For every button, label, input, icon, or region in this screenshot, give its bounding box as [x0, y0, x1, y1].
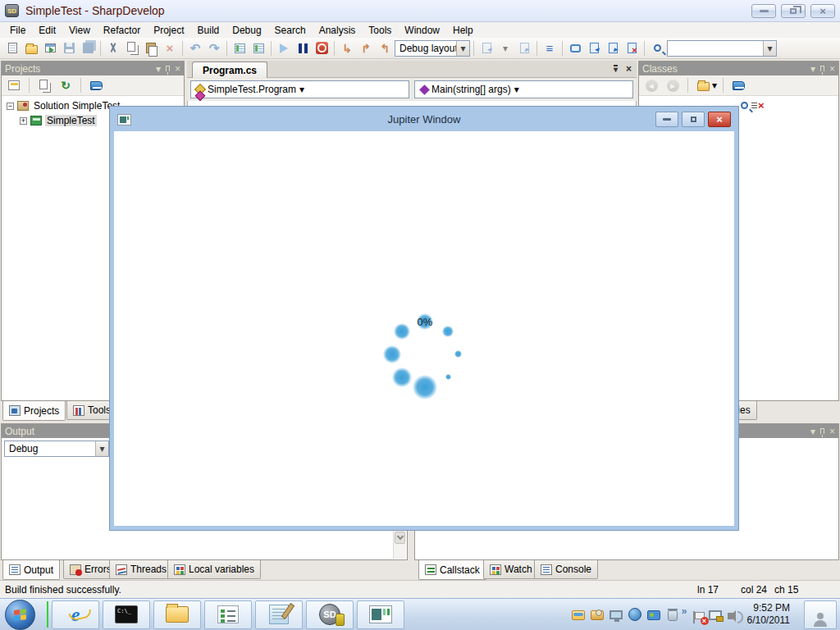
chevron-down-icon[interactable]: ▾	[810, 426, 815, 437]
restore-button[interactable]	[781, 4, 806, 18]
save-all-button[interactable]	[79, 39, 97, 57]
uncomment-region-button[interactable]	[249, 39, 267, 57]
save-button[interactable]	[60, 39, 78, 57]
tab-console[interactable]: Console	[534, 560, 598, 579]
class-combobox[interactable]: SimpleTest.Program ▾	[190, 80, 409, 98]
network-status-icon[interactable]	[709, 610, 722, 620]
classes-forward-button[interactable]: ▸	[664, 76, 682, 94]
copy-item-button[interactable]	[35, 76, 53, 94]
network-globe-icon[interactable]	[628, 608, 641, 621]
tab-output[interactable]: Output	[2, 560, 60, 580]
taskbar-command-prompt-button[interactable]: C:\_	[103, 600, 150, 629]
tab-threads[interactable]: Threads	[109, 560, 173, 579]
cut-button[interactable]	[104, 39, 122, 57]
volume-icon[interactable]	[728, 613, 733, 619]
step-out-button[interactable]: ↰	[376, 39, 394, 57]
classes-folder-button[interactable]	[694, 76, 712, 94]
close-icon[interactable]: ×	[829, 63, 835, 75]
pin-icon[interactable]	[820, 428, 824, 434]
projects-panel-header[interactable]: Projects ▾ ×	[2, 62, 184, 75]
shared-folder-icon[interactable]	[572, 610, 585, 620]
copy-button[interactable]	[123, 39, 141, 57]
member-combobox[interactable]: Main(string[] args) ▾	[414, 80, 633, 98]
menu-file[interactable]: File	[3, 23, 32, 38]
close-icon[interactable]: ×	[175, 63, 180, 75]
chevron-down-icon[interactable]: ▾	[712, 80, 717, 91]
menu-edit[interactable]: Edit	[32, 23, 62, 38]
step-over-button[interactable]: ↱	[357, 39, 375, 57]
chevron-down-icon[interactable]: ▾	[810, 63, 815, 75]
recycle-bin-icon[interactable]	[668, 610, 678, 621]
menu-debug[interactable]: Debug	[226, 23, 267, 38]
taskbar-jupiter-app-button[interactable]	[357, 600, 404, 629]
delete-button[interactable]: ×	[161, 39, 179, 57]
clear-bookmarks-button[interactable]: ×	[623, 39, 641, 57]
close-button[interactable]: ×	[810, 4, 835, 18]
paste-button[interactable]	[142, 39, 160, 57]
comment-region-button[interactable]	[231, 39, 249, 57]
menu-project[interactable]: Project	[147, 23, 190, 38]
taskbar-internet-explorer-button[interactable]: e	[52, 600, 99, 629]
nav-forward-button[interactable]: ▸	[515, 39, 533, 57]
undo-button[interactable]: ↶	[186, 39, 204, 57]
start-button[interactable]	[5, 600, 35, 630]
layout-combobox[interactable]: Debug layout ▾	[395, 40, 470, 57]
menu-view[interactable]: View	[62, 23, 97, 38]
computer-icon[interactable]	[609, 610, 623, 619]
jupiter-window-titlebar[interactable]: Jupiter Window ×	[111, 107, 737, 131]
menu-build[interactable]: Build	[191, 23, 226, 38]
user-avatar[interactable]	[804, 600, 837, 629]
search-button[interactable]	[648, 39, 666, 57]
menu-help[interactable]: Help	[446, 23, 480, 38]
classes-panel-header[interactable]: Classes ▾ ×	[639, 62, 838, 75]
help-book-button[interactable]	[87, 76, 105, 94]
tray-overflow-chevron-icon[interactable]: »	[682, 605, 687, 617]
tab-projects[interactable]: Projects	[2, 401, 66, 421]
taskbar-notepad-button[interactable]	[255, 600, 303, 629]
user-folder-icon[interactable]	[591, 610, 604, 620]
next-bookmark-button[interactable]: ▸	[604, 39, 622, 57]
tab-overflow-icon[interactable]: ▾	[614, 65, 618, 73]
expand-expander-icon[interactable]: +	[20, 117, 27, 125]
nav-back-button[interactable]: ◂	[477, 39, 495, 57]
new-file-button[interactable]	[3, 39, 21, 57]
dialog-maximize-button[interactable]	[682, 112, 705, 127]
tray-clock[interactable]: 9:52 PM 6/10/2011	[747, 602, 791, 627]
step-into-button[interactable]: ↳	[338, 39, 356, 57]
pin-icon[interactable]	[166, 66, 170, 71]
minimize-button[interactable]	[751, 4, 776, 18]
tab-watch[interactable]: Watch	[483, 560, 539, 579]
run-button[interactable]	[275, 39, 293, 57]
chevron-down-icon[interactable]: ▾	[156, 63, 161, 75]
taskbar-folder-button[interactable]	[153, 600, 201, 629]
search-combobox[interactable]: ▾	[667, 40, 777, 57]
taskbar-task-list-button[interactable]	[204, 600, 252, 629]
taskbar-sharpdevelop-button[interactable]: SD	[306, 600, 354, 629]
stop-button[interactable]	[313, 39, 331, 57]
output-category-combobox[interactable]: Debug ▾	[4, 441, 109, 457]
open-file-button[interactable]	[22, 39, 40, 57]
classes-back-button[interactable]: ◂	[642, 76, 660, 94]
action-center-flag-icon[interactable]	[695, 612, 705, 619]
menu-analysis[interactable]: Analysis	[313, 23, 363, 38]
new-window-button[interactable]	[41, 39, 59, 57]
close-icon[interactable]: ×	[829, 426, 835, 437]
pause-button[interactable]	[294, 39, 312, 57]
menu-window[interactable]: Window	[398, 23, 446, 38]
redo-button[interactable]: ↷	[205, 39, 223, 57]
properties-button[interactable]	[5, 76, 23, 94]
menu-search[interactable]: Search	[268, 23, 313, 38]
prev-bookmark-button[interactable]: ◂	[585, 39, 603, 57]
collapse-expander-icon[interactable]: −	[7, 103, 14, 110]
classes-help-button[interactable]	[729, 76, 747, 94]
dialog-close-button[interactable]: ×	[708, 112, 731, 127]
toggle-bookmark-button[interactable]	[566, 39, 584, 57]
messenger-icon[interactable]	[647, 610, 660, 620]
close-document-icon[interactable]: ×	[626, 63, 632, 75]
scroll-down-button[interactable]	[395, 532, 405, 544]
format-button[interactable]: ≡	[541, 39, 559, 57]
refresh-button[interactable]: ↻	[57, 76, 75, 94]
tab-callstack[interactable]: Callstack	[418, 560, 486, 580]
nav-back-dropdown[interactable]: ▾	[496, 39, 514, 57]
tab-local-variables[interactable]: Local variables	[167, 560, 261, 579]
